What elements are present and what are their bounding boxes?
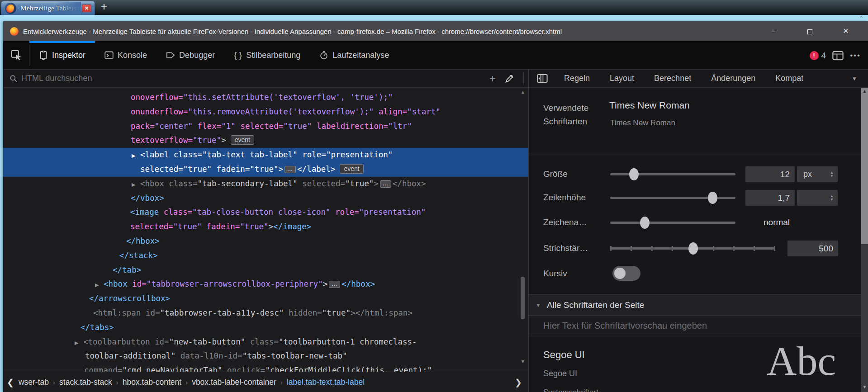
markup-text: <image xyxy=(130,208,159,217)
line-height-unit-select[interactable]: ▲▼ xyxy=(797,190,838,206)
sidebar-tab-berechnet[interactable]: Berechnet xyxy=(644,74,701,83)
slider-thumb[interactable] xyxy=(708,192,717,204)
italic-toggle[interactable] xyxy=(612,266,640,281)
collapsed-content-icon[interactable]: … xyxy=(285,166,296,173)
slider-tick xyxy=(672,246,673,251)
markup-line[interactable]: </tabs> xyxy=(3,321,528,335)
tab-laufzeitanalyse[interactable]: Laufzeitanalyse xyxy=(310,41,398,69)
expander-icon[interactable]: ▶ xyxy=(95,278,104,293)
markup-line[interactable]: pack="center" flex="1" selected="true" l… xyxy=(3,119,528,134)
scroll-up-arrow[interactable]: ▲ xyxy=(861,89,868,94)
letter-spacing-slider[interactable] xyxy=(610,222,735,224)
sidebar-tab-aenderungen[interactable]: Änderungen xyxy=(701,74,765,83)
pick-element-button[interactable] xyxy=(3,45,29,66)
eyedropper-icon[interactable] xyxy=(505,74,514,83)
collapsed-content-icon[interactable]: … xyxy=(380,180,391,188)
sidebar-tab-layout[interactable]: Layout xyxy=(600,74,644,83)
markup-line[interactable]: ▶<hbox class="tab-secondary-label" selec… xyxy=(3,177,528,191)
italic-label: Kursiv xyxy=(543,269,607,279)
font-size-input[interactable]: 12 xyxy=(745,166,795,182)
event-badge[interactable]: event xyxy=(340,164,363,174)
markup-line[interactable]: ▶<toolbarbutton id="new-tab-button" clas… xyxy=(3,335,528,349)
markup-line[interactable]: toolbar-additional" data-l10n-id="tabs-t… xyxy=(3,349,528,364)
font-size-slider[interactable] xyxy=(610,173,735,175)
scroll-up-arrow[interactable]: ▲ xyxy=(519,90,526,94)
markup-line[interactable]: </tab> xyxy=(3,263,528,278)
background-browser-tab[interactable]: Mehrzeilige Tableiste ✕ xyxy=(1,1,95,15)
breadcrumb-scroll-left-icon[interactable]: ❮ xyxy=(3,377,19,387)
slider-thumb[interactable] xyxy=(688,242,698,255)
html-search-bar[interactable]: HTML durchsuchen + xyxy=(3,70,528,88)
breadcrumb-item[interactable]: hbox.tab-content xyxy=(123,378,181,387)
line-height-input[interactable]: 1,7 xyxy=(745,190,795,206)
markup-line[interactable]: ▶<hbox id="tabbrowser-arrowscrollbox-per… xyxy=(3,277,528,292)
markup-text: onclick= xyxy=(223,366,266,372)
markup-line[interactable]: ▶<label class="tab-text tab-label" role=… xyxy=(3,148,528,162)
markup-line[interactable]: </arrowscrollbox> xyxy=(3,292,528,306)
stepper-arrows-icon[interactable]: ▲▼ xyxy=(830,190,834,206)
markup-line[interactable]: onoverflow="this.setAttribute('textoverf… xyxy=(3,90,528,105)
markup-line[interactable]: </hbox> xyxy=(3,234,528,249)
maximize-button[interactable] xyxy=(799,21,820,41)
markup-text: flex= xyxy=(198,122,222,131)
slider-thumb[interactable] xyxy=(640,217,650,229)
tab-inspektor[interactable]: Inspektor xyxy=(29,41,95,69)
sidebar-toggle-icon[interactable] xyxy=(537,74,548,83)
markup-line[interactable]: </stack> xyxy=(3,249,528,263)
page-scrollbar-up-arrow[interactable]: ^ xyxy=(858,14,865,21)
expander-icon[interactable]: ▶ xyxy=(132,178,140,192)
markup-scrollbar[interactable]: ▲ ▼ xyxy=(519,88,526,372)
markup-line[interactable]: onunderflow="this.removeAttribute('texto… xyxy=(3,105,528,119)
font-preview-input[interactable]: Hier Text für Schriftartvorschau eingebe… xyxy=(529,316,861,336)
new-tab-button[interactable]: + xyxy=(98,0,110,14)
add-node-icon[interactable]: + xyxy=(489,74,496,83)
scroll-down-arrow[interactable]: ▼ xyxy=(519,359,526,364)
breadcrumb-item[interactable]: wser-tab xyxy=(19,378,49,387)
tab-close-button[interactable]: ✕ xyxy=(82,5,91,12)
tab-debugger[interactable]: Debugger xyxy=(157,41,224,69)
breadcrumb-item[interactable]: label.tab-text.tab-label xyxy=(287,378,365,387)
tab-stilbearbeitung[interactable]: { } Stilbearbeitung xyxy=(224,41,310,69)
slider-tick xyxy=(733,246,735,251)
event-badge[interactable]: event xyxy=(231,135,254,145)
scrollbar-thumb[interactable] xyxy=(861,88,868,244)
markup-line[interactable]: <html:span id="tabbrowser-tab-a11y-desc"… xyxy=(3,306,528,321)
markup-line[interactable]: <image class="tab-close-button close-ico… xyxy=(3,205,528,220)
scrollbar-thumb[interactable] xyxy=(521,277,525,319)
sidebar-tabs-overflow-icon[interactable]: ▼ xyxy=(852,76,857,82)
close-button[interactable]: ✕ xyxy=(835,21,856,41)
line-height-slider[interactable] xyxy=(610,197,735,199)
markup-line[interactable]: selected="true" fadein="true"></image> xyxy=(3,220,528,234)
all-fonts-section-header[interactable]: ▼ Alle Schriftarten der Seite xyxy=(529,295,861,316)
error-badge[interactable]: ! xyxy=(810,51,819,60)
markup-text xyxy=(312,122,317,131)
sidebar-tab-regeln[interactable]: Regeln xyxy=(554,74,600,83)
scroll-down-arrow[interactable]: ▼ xyxy=(861,384,868,389)
stepper-arrows-icon[interactable]: ▲▼ xyxy=(830,166,834,182)
font-weight-input[interactable]: 500 xyxy=(787,241,838,256)
slider-thumb[interactable] xyxy=(629,168,639,180)
section-collapse-icon[interactable]: ▼ xyxy=(536,302,541,308)
devtools-titlebar[interactable]: Entwicklerwerkzeuge - Mehrzeilige Tablei… xyxy=(3,21,868,41)
markup-line[interactable]: selected="true" fadein="true">…</label>e… xyxy=(3,162,528,177)
tab-konsole[interactable]: Konsole xyxy=(95,41,157,69)
markup-view[interactable]: ▲ ▼ onoverflow="this.setAttribute('texto… xyxy=(3,88,528,372)
collapsed-content-icon[interactable]: … xyxy=(329,281,340,288)
markup-line[interactable]: </vbox> xyxy=(3,191,528,206)
expander-icon[interactable]: ▶ xyxy=(132,149,140,163)
split-console-icon[interactable] xyxy=(832,51,844,61)
breadcrumb-item[interactable]: vbox.tab-label-container xyxy=(192,378,276,387)
breadcrumb-item[interactable]: stack.tab-stack xyxy=(59,378,112,387)
breadcrumb-scroll-right-icon[interactable]: ❯ xyxy=(511,377,528,387)
font-size-unit-select[interactable]: px ▲▼ xyxy=(797,166,838,182)
markup-text: > xyxy=(269,222,274,231)
expander-icon[interactable]: ▶ xyxy=(75,336,83,350)
sidebar-tab-kompatibilitaet[interactable]: Kompat xyxy=(765,74,803,83)
sidebar-scrollbar[interactable]: ▲ ▼ xyxy=(861,88,868,392)
font-weight-slider[interactable] xyxy=(610,247,774,250)
markup-line[interactable]: command="cmd_newNavigatorTab" onclick="c… xyxy=(3,364,528,372)
minimize-button[interactable]: – xyxy=(763,21,784,41)
markup-line[interactable]: textoverflow="true">event xyxy=(3,133,528,148)
markup-text: "this.removeAttribute('textoverflow');" xyxy=(188,107,374,116)
devtools-menu-icon[interactable]: ••• xyxy=(850,51,861,60)
